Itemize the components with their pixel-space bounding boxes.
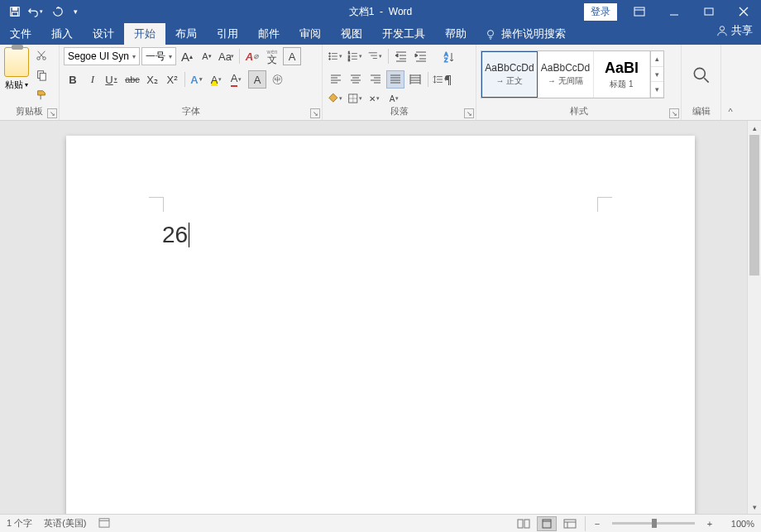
tell-me-search[interactable]: 操作说明搜索 bbox=[476, 23, 574, 45]
tab-layout[interactable]: 布局 bbox=[165, 23, 207, 45]
svg-point-11 bbox=[329, 53, 331, 55]
bullets-button[interactable]: ▾ bbox=[327, 47, 345, 65]
document-content[interactable]: 26 bbox=[162, 222, 189, 248]
svg-point-5 bbox=[488, 31, 494, 36]
svg-point-13 bbox=[329, 59, 331, 60]
macro-status[interactable] bbox=[98, 518, 110, 530]
zoom-out-button[interactable]: − bbox=[591, 519, 604, 529]
align-left-button[interactable] bbox=[327, 70, 345, 89]
web-layout-button[interactable] bbox=[560, 516, 580, 531]
phonetic-guide-button[interactable]: wén文 bbox=[263, 47, 281, 65]
tab-developer[interactable]: 开发工具 bbox=[372, 23, 435, 45]
tell-me-placeholder: 操作说明搜索 bbox=[501, 26, 566, 41]
clear-formatting-button[interactable]: A⊘ bbox=[243, 47, 261, 65]
bold-button[interactable]: B bbox=[64, 70, 82, 89]
tab-help[interactable]: 帮助 bbox=[435, 23, 476, 45]
svg-text:Z: Z bbox=[444, 57, 448, 63]
decrease-indent-button[interactable] bbox=[392, 47, 410, 65]
clipboard-dialog-launcher[interactable]: ↘ bbox=[47, 108, 57, 118]
svg-rect-23 bbox=[524, 520, 529, 528]
zoom-slider[interactable] bbox=[612, 522, 695, 525]
italic-button[interactable]: I bbox=[84, 70, 102, 89]
svg-rect-3 bbox=[634, 7, 644, 16]
separator bbox=[239, 49, 240, 64]
distributed-button[interactable] bbox=[406, 70, 424, 89]
scroll-thumb[interactable] bbox=[749, 135, 759, 276]
tab-mailings[interactable]: 邮件 bbox=[248, 23, 290, 45]
justify-button[interactable] bbox=[386, 70, 404, 89]
style-heading1[interactable]: AaBl 标题 1 bbox=[594, 51, 650, 98]
font-name-combo[interactable]: Segoe UI Syn▾ bbox=[64, 47, 140, 65]
format-painter-button[interactable] bbox=[32, 87, 50, 103]
document-area: 26 bbox=[0, 121, 761, 514]
align-center-button[interactable] bbox=[347, 70, 365, 89]
minimize-button[interactable] bbox=[657, 0, 692, 23]
character-border-button[interactable]: A bbox=[283, 47, 301, 65]
save-button[interactable] bbox=[5, 2, 25, 22]
print-layout-button[interactable] bbox=[537, 516, 557, 531]
group-label-editing: 编辑 bbox=[686, 103, 716, 120]
paste-icon[interactable] bbox=[4, 47, 29, 77]
share-button[interactable]: 共享 bbox=[716, 23, 753, 38]
copy-button[interactable] bbox=[32, 67, 50, 84]
increase-indent-button[interactable] bbox=[412, 47, 430, 65]
tab-file[interactable]: 文件 bbox=[0, 23, 41, 45]
zoom-slider-knob[interactable] bbox=[652, 519, 657, 528]
ribbon-display-button[interactable] bbox=[622, 0, 657, 23]
tab-references[interactable]: 引用 bbox=[207, 23, 248, 45]
page[interactable]: 26 bbox=[66, 136, 695, 514]
sort-button[interactable]: AZ bbox=[440, 48, 458, 66]
redo-button[interactable] bbox=[48, 2, 68, 22]
paragraph-dialog-launcher[interactable]: ↘ bbox=[464, 108, 474, 118]
styles-dialog-launcher[interactable]: ↘ bbox=[669, 108, 679, 118]
superscript-button[interactable]: X² bbox=[163, 70, 181, 89]
numbering-button[interactable]: 123▾ bbox=[347, 47, 365, 65]
style-nospacing[interactable]: AaBbCcDd → 无间隔 bbox=[538, 51, 594, 98]
qat-customize-button[interactable]: ▾ bbox=[69, 2, 81, 22]
svg-rect-25 bbox=[564, 520, 576, 528]
font-dialog-launcher[interactable]: ↘ bbox=[310, 108, 320, 118]
sign-in-button[interactable]: 登录 bbox=[584, 3, 617, 21]
align-right-button[interactable] bbox=[366, 70, 385, 89]
close-button[interactable] bbox=[726, 0, 761, 23]
tab-home[interactable]: 开始 bbox=[124, 23, 165, 45]
character-shading-button[interactable]: A bbox=[248, 70, 266, 89]
style-normal[interactable]: AaBbCcDd → 正文 bbox=[481, 51, 538, 98]
tab-design[interactable]: 设计 bbox=[83, 23, 124, 45]
undo-button[interactable]: ▾ bbox=[26, 2, 46, 22]
zoom-level[interactable]: 100% bbox=[720, 519, 754, 529]
gallery-up-button[interactable]: ▴ bbox=[651, 51, 663, 67]
show-marks-button[interactable] bbox=[440, 71, 458, 89]
grow-font-button[interactable]: A▴ bbox=[178, 47, 196, 65]
find-icon[interactable] bbox=[691, 65, 712, 86]
highlight-button[interactable]: A▾ bbox=[208, 70, 227, 89]
cut-button[interactable] bbox=[32, 47, 50, 64]
font-size-combo[interactable]: 一号▾ bbox=[141, 47, 176, 65]
zoom-in-button[interactable]: + bbox=[703, 519, 716, 529]
tab-review[interactable]: 审阅 bbox=[290, 23, 331, 45]
paste-button[interactable]: 粘贴▾ bbox=[5, 79, 28, 91]
collapse-ribbon-button[interactable]: ^ bbox=[721, 45, 739, 120]
strikethrough-button[interactable]: abc bbox=[123, 70, 141, 89]
gallery-more-button[interactable]: ▾ bbox=[651, 82, 663, 98]
status-right: − + 100% bbox=[514, 516, 754, 531]
read-mode-button[interactable] bbox=[514, 516, 534, 531]
word-count[interactable]: 1 个字 bbox=[7, 517, 32, 530]
tab-insert[interactable]: 插入 bbox=[41, 23, 83, 45]
enclose-characters-button[interactable]: ㊥ bbox=[268, 70, 286, 89]
tab-view[interactable]: 视图 bbox=[331, 23, 372, 45]
multilevel-list-button[interactable]: ▾ bbox=[366, 47, 385, 65]
change-case-button[interactable]: Aa▾ bbox=[218, 47, 236, 65]
shrink-font-button[interactable]: A▾ bbox=[198, 47, 216, 65]
vertical-scrollbar[interactable]: ▴ ▾ bbox=[747, 121, 761, 514]
text-effects-button[interactable]: A▾ bbox=[189, 70, 207, 89]
maximize-button[interactable] bbox=[692, 0, 726, 23]
underline-button[interactable]: U▾ bbox=[103, 70, 122, 89]
svg-point-20 bbox=[694, 68, 705, 79]
subscript-button[interactable]: X₂ bbox=[143, 70, 161, 89]
scroll-down-button[interactable]: ▾ bbox=[748, 500, 761, 514]
language-status[interactable]: 英语(美国) bbox=[44, 517, 86, 530]
font-color-button[interactable]: A▾ bbox=[228, 70, 246, 89]
gallery-down-button[interactable]: ▾ bbox=[651, 67, 663, 83]
scroll-up-button[interactable]: ▴ bbox=[748, 121, 761, 135]
